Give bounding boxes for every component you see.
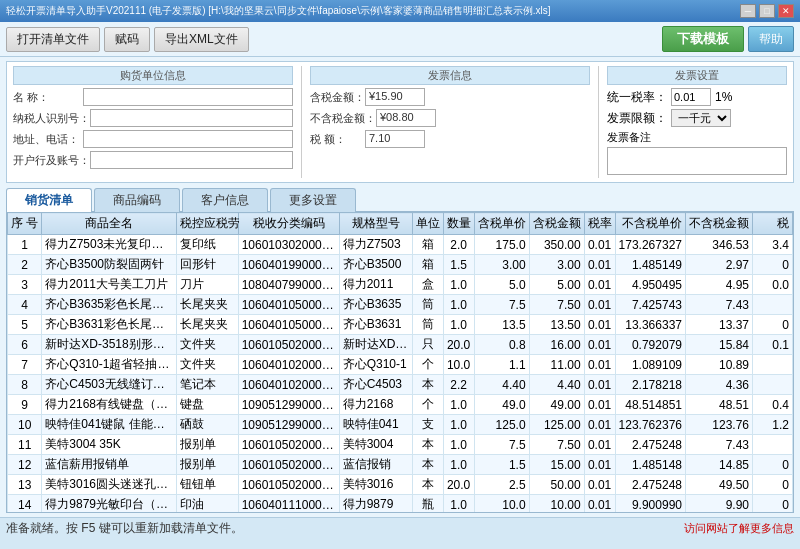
cell-exprice: 48.514851 — [615, 395, 685, 415]
cell-spec: 齐心B3631 — [339, 315, 412, 335]
cell-unit: 只 — [412, 335, 443, 355]
cell-taxt: 0.0 — [753, 275, 793, 295]
cell-examt: 14.85 — [686, 455, 753, 475]
tab-sales[interactable]: 销货清单 — [6, 188, 92, 212]
table-header-row: 序 号 商品全名 税控应税劳务名 税收分类编码 规格型号 单位 数量 含税单价 … — [8, 213, 793, 235]
cell-tax-code: 1060401990000000000 — [238, 255, 339, 275]
cell-tax-name: 报别单 — [176, 435, 238, 455]
table-row: 13 美特3016圆头迷迷孔链扣 35K 钮钮单 106010502000000… — [8, 475, 793, 495]
cell-name: 新时达XD-3518别形条纹文件夹 白色 — [42, 335, 177, 355]
col-header-spec: 规格型号 — [339, 213, 412, 235]
address-input[interactable] — [83, 130, 293, 148]
cell-taxt: 0 — [753, 255, 793, 275]
rate-input[interactable] — [671, 88, 711, 106]
cell-spec: 美特3004 — [339, 435, 412, 455]
title-text: 轻松开票清单导入助手V202111 (电子发票版) [H:\我的坚果云\同步文件… — [6, 4, 551, 18]
tab-customer[interactable]: 客户信息 — [182, 188, 268, 212]
cell-taxt: 0 — [753, 315, 793, 335]
cell-name: 得力2168有线键盘（黑色） — [42, 395, 177, 415]
table-scroll[interactable]: 序 号 商品全名 税控应税劳务名 税收分类编码 规格型号 单位 数量 含税单价 … — [7, 212, 793, 512]
cell-amount: 5.00 — [529, 275, 584, 295]
remark-label: 发票备注 — [607, 130, 787, 145]
excl-tax-label: 不含税金额： — [310, 111, 376, 126]
cell-unit: 本 — [412, 435, 443, 455]
cell-name: 得力2011大号美工刀片 — [42, 275, 177, 295]
cell-tax-code: 1060105020000000000 — [238, 335, 339, 355]
cell-exprice: 13.366337 — [615, 315, 685, 335]
cell-taxt — [753, 355, 793, 375]
toolbar: 打开清单文件 赋码 导出XML文件 下载模板 帮助 — [0, 22, 800, 57]
cell-taxt: 0.1 — [753, 335, 793, 355]
tax-id-input[interactable] — [90, 109, 293, 127]
cell-tax-code: 1060105020000000000 — [238, 455, 339, 475]
bank-input[interactable] — [90, 151, 293, 169]
status-hint: 准备就绪。按 F5 键可以重新加载清单文件。 — [6, 520, 243, 537]
col-header-exprice: 不含税单价 — [615, 213, 685, 235]
cell-tax-name: 笔记本 — [176, 375, 238, 395]
table-row: 4 齐心B3635彩色长尾夹夹 5# 19mm 40只/筒 长尾夹夹 10604… — [8, 295, 793, 315]
download-template-button[interactable]: 下载模板 — [662, 26, 744, 52]
table-row: 7 齐心Q310-1超省轻抽形文件夹 白色 文件夹 10604010200000… — [8, 355, 793, 375]
cell-qty: 1.0 — [443, 435, 474, 455]
cell-exprice: 0.792079 — [615, 335, 685, 355]
cell-num: 12 — [8, 455, 42, 475]
cell-taxt: 1.2 — [753, 415, 793, 435]
cell-qty: 1.0 — [443, 295, 474, 315]
cell-exprice: 2.178218 — [615, 375, 685, 395]
cell-amount: 3.00 — [529, 255, 584, 275]
purchase-info-section: 购货单位信息 名 称： 纳税人识别号： 地址、电话： 开户行及账号： — [13, 66, 293, 178]
cell-name: 美特3004 35K — [42, 435, 177, 455]
remark-section: 发票备注 — [607, 130, 787, 178]
tax-amount-value: 7.10 — [365, 130, 425, 148]
cell-amount: 49.00 — [529, 395, 584, 415]
cell-rate: 0.01 — [584, 375, 615, 395]
code-button[interactable]: 赋码 — [104, 27, 150, 52]
tab-goods[interactable]: 商品编码 — [94, 188, 180, 212]
cell-num: 13 — [8, 475, 42, 495]
cell-price: 13.5 — [474, 315, 529, 335]
minimize-button[interactable]: ─ — [740, 4, 756, 18]
address-row: 地址、电话： — [13, 130, 293, 148]
cell-num: 4 — [8, 295, 42, 315]
cell-exprice: 9.900990 — [615, 495, 685, 513]
status-link[interactable]: 访问网站了解更多信息 — [684, 521, 794, 536]
cell-amount: 11.00 — [529, 355, 584, 375]
maximize-button[interactable]: □ — [759, 4, 775, 18]
col-header-name: 商品全名 — [42, 213, 177, 235]
cell-examt: 10.89 — [686, 355, 753, 375]
cell-name: 映特佳041键鼠 佳能MF525dw — [42, 415, 177, 435]
toolbar-right: 下载模板 帮助 — [662, 26, 794, 52]
cell-unit: 本 — [412, 455, 443, 475]
cell-qty: 1.0 — [443, 495, 474, 513]
cell-rate: 0.01 — [584, 455, 615, 475]
cell-price: 2.5 — [474, 475, 529, 495]
limit-select[interactable]: 一千元 一万元 十万元 百万元 — [671, 109, 731, 127]
open-file-button[interactable]: 打开清单文件 — [6, 27, 100, 52]
cell-num: 10 — [8, 415, 42, 435]
close-button[interactable]: ✕ — [778, 4, 794, 18]
cell-rate: 0.01 — [584, 395, 615, 415]
cell-tax-code: 1090512990000000000 — [238, 395, 339, 415]
cell-name: 齐心Q310-1超省轻抽形文件夹 白色 — [42, 355, 177, 375]
cell-qty: 1.0 — [443, 395, 474, 415]
cell-qty: 10.0 — [443, 355, 474, 375]
cell-tax-name: 长尾夹夹 — [176, 315, 238, 335]
col-header-rate: 税率 — [584, 213, 615, 235]
cell-unit: 盒 — [412, 275, 443, 295]
export-button[interactable]: 导出XML文件 — [154, 27, 249, 52]
cell-spec: 得力2011 — [339, 275, 412, 295]
cell-num: 6 — [8, 335, 42, 355]
invoice-info-section: 发票信息 含税金额： ¥15.90 不含税金额： ¥08.80 税 额： 7.1… — [301, 66, 599, 178]
cell-amount: 50.00 — [529, 475, 584, 495]
tab-more[interactable]: 更多设置 — [270, 188, 356, 212]
remark-input[interactable] — [607, 147, 787, 175]
name-input[interactable] — [83, 88, 293, 106]
cell-tax-name: 刀片 — [176, 275, 238, 295]
table-row: 2 齐心B3500防裂固两针 回形针 1060401990000000000 齐… — [8, 255, 793, 275]
cell-price: 4.40 — [474, 375, 529, 395]
bank-label: 开户行及账号： — [13, 153, 90, 168]
table-row: 1 得力Z7503未光复印纸 A4 70克 8包 复印纸 10601030200… — [8, 235, 793, 255]
help-button[interactable]: 帮助 — [748, 26, 794, 52]
cell-num: 2 — [8, 255, 42, 275]
cell-tax-code: 1060401020000000000 — [238, 355, 339, 375]
